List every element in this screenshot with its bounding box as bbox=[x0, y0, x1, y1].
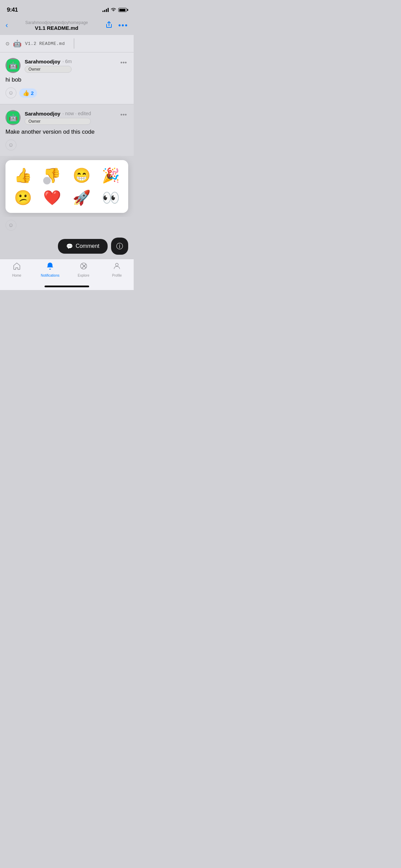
comment-header-2: 🤖 Sarahmoodjoy · now · edited Owner ••• bbox=[5, 110, 128, 125]
comment-username-row-1: Sarahmoodjoy · 6m bbox=[25, 59, 72, 64]
comment-label: Comment bbox=[76, 243, 99, 249]
share-button[interactable] bbox=[105, 21, 113, 30]
add-reaction-button-2[interactable]: ☺ bbox=[5, 140, 16, 150]
comment-time-1: · 6m bbox=[62, 59, 72, 64]
emoji-eyes[interactable]: 👀 bbox=[102, 189, 120, 206]
comment-meta-1: Sarahmoodjoy · 6m Owner bbox=[25, 59, 72, 73]
nav-subtitle: Sarahmoodjoy/moodjoyhomepage bbox=[8, 20, 105, 25]
comment-card-2: 🤖 Sarahmoodjoy · now · edited Owner ••• … bbox=[0, 105, 134, 156]
emoji-confused[interactable]: 😕 bbox=[14, 189, 32, 206]
comment-header-left-1: 🤖 Sarahmoodjoy · 6m Owner bbox=[5, 58, 72, 73]
commit-circle-icon: ⊙ bbox=[5, 41, 10, 46]
reaction-thumbsup-1[interactable]: 👍 2 bbox=[19, 88, 37, 98]
tab-bar: Home Notifications Explore Profile bbox=[0, 259, 134, 284]
emoji-thumbsup[interactable]: 👍 bbox=[14, 167, 32, 184]
bottom-reaction-area: ☺ bbox=[0, 217, 134, 235]
comment-icon: 💬 bbox=[66, 243, 73, 250]
profile-icon bbox=[113, 262, 121, 272]
battery-icon bbox=[118, 8, 127, 12]
status-bar: 9:41 bbox=[0, 0, 134, 17]
nav-title: V1.1 README.md bbox=[8, 25, 105, 31]
commit-robot-icon: 🤖 bbox=[13, 39, 22, 48]
tab-notifications[interactable]: Notifications bbox=[34, 262, 67, 277]
tab-home[interactable]: Home bbox=[0, 262, 34, 277]
info-button[interactable]: ⓘ bbox=[111, 238, 128, 255]
tab-profile[interactable]: Profile bbox=[100, 262, 134, 277]
owner-badge-2: Owner bbox=[25, 118, 91, 125]
avatar-robot-icon-1: 🤖 bbox=[9, 61, 17, 70]
tab-explore-label: Explore bbox=[78, 274, 89, 277]
tab-home-label: Home bbox=[12, 274, 21, 277]
commit-bar: ⊙ 🤖 V1.2 README.md bbox=[0, 35, 134, 52]
thumbsup-emoji-1: 👍 bbox=[23, 90, 29, 96]
more-options-button-2[interactable]: ••• bbox=[119, 110, 128, 120]
owner-badge-1: Owner bbox=[25, 66, 72, 73]
avatar-robot-icon-2: 🤖 bbox=[9, 113, 17, 122]
home-bar bbox=[45, 286, 89, 287]
comment-username-1: Sarahmoodjoy bbox=[25, 59, 60, 64]
tab-profile-label: Profile bbox=[112, 274, 122, 277]
comment-body-1: hi bob bbox=[5, 76, 128, 83]
avatar-1: 🤖 bbox=[5, 58, 21, 73]
tab-notifications-label: Notifications bbox=[41, 274, 59, 277]
commit-divider bbox=[74, 38, 74, 49]
more-button[interactable]: ••• bbox=[118, 21, 128, 30]
comment-card-1: 🤖 Sarahmoodjoy · 6m Owner ••• hi bob ☺ 👍… bbox=[0, 52, 134, 104]
info-icon: ⓘ bbox=[116, 242, 123, 251]
comment-header-1: 🤖 Sarahmoodjoy · 6m Owner ••• bbox=[5, 58, 128, 73]
commit-text: V1.2 README.md bbox=[25, 41, 65, 46]
status-time: 9:41 bbox=[7, 7, 18, 13]
wifi-icon bbox=[111, 7, 116, 13]
comment-time-2: · now · edited bbox=[62, 111, 91, 116]
comment-body-2: Make another version od this code bbox=[5, 129, 128, 135]
emoji-party[interactable]: 🎉 bbox=[102, 167, 120, 184]
home-indicator bbox=[0, 284, 134, 290]
emoji-grid: 👍 👎 😁 🎉 😕 ❤️ 🚀 👀 bbox=[11, 167, 123, 206]
avatar-2: 🤖 bbox=[5, 110, 21, 125]
emoji-thumbsdown[interactable]: 👎 bbox=[43, 167, 61, 184]
emoji-heart[interactable]: ❤️ bbox=[43, 189, 61, 206]
comment-header-left-2: 🤖 Sarahmoodjoy · now · edited Owner bbox=[5, 110, 91, 125]
comment-meta-2: Sarahmoodjoy · now · edited Owner bbox=[25, 111, 91, 125]
comment-username-row-2: Sarahmoodjoy · now · edited bbox=[25, 111, 91, 117]
emoji-rocket[interactable]: 🚀 bbox=[73, 189, 90, 206]
home-icon bbox=[13, 262, 21, 272]
comment-reactions-1: ☺ 👍 2 bbox=[5, 87, 128, 98]
explore-icon bbox=[80, 262, 88, 272]
signal-icon bbox=[102, 8, 109, 12]
comment-reactions-2: ☺ bbox=[5, 140, 128, 150]
back-button[interactable]: ‹ bbox=[5, 21, 8, 30]
emoji-grin[interactable]: 😁 bbox=[73, 167, 90, 184]
add-reaction-button-1[interactable]: ☺ bbox=[5, 87, 16, 98]
status-icons bbox=[102, 7, 127, 13]
bottom-toolbar: 💬 Comment ⓘ bbox=[0, 235, 134, 259]
comment-button[interactable]: 💬 Comment bbox=[58, 239, 108, 254]
add-reaction-button-3[interactable]: ☺ bbox=[5, 220, 16, 231]
svg-point-3 bbox=[116, 263, 118, 266]
more-options-button-1[interactable]: ••• bbox=[119, 58, 128, 68]
nav-actions: ••• bbox=[105, 21, 128, 30]
emoji-picker: 👍 👎 😁 🎉 😕 ❤️ 🚀 👀 bbox=[5, 160, 128, 213]
nav-title-block: Sarahmoodjoy/moodjoyhomepage V1.1 README… bbox=[8, 20, 105, 31]
reaction-count-1: 2 bbox=[31, 90, 34, 96]
notifications-icon bbox=[46, 262, 54, 272]
tab-explore[interactable]: Explore bbox=[67, 262, 100, 277]
nav-bar: ‹ Sarahmoodjoy/moodjoyhomepage V1.1 READ… bbox=[0, 17, 134, 35]
comment-username-2: Sarahmoodjoy bbox=[25, 111, 60, 117]
